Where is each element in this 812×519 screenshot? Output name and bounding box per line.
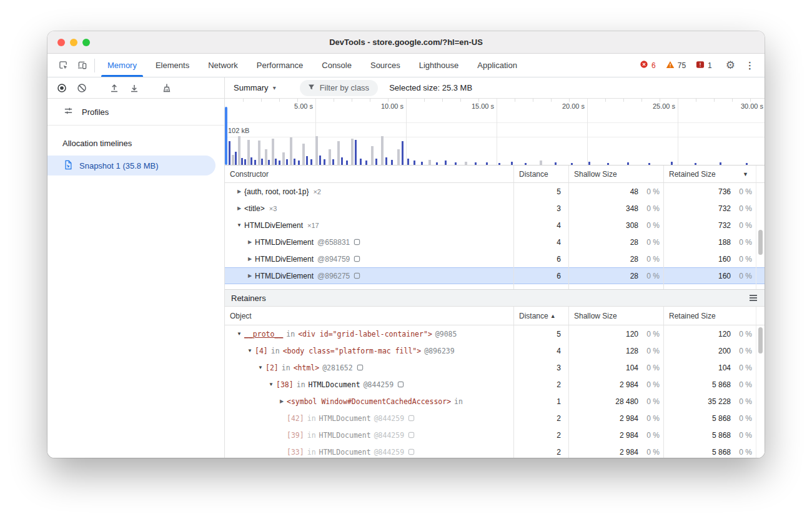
collapse-icon[interactable]: ▼	[234, 222, 244, 228]
retained-size-column-header[interactable]: Retained Size ▼	[663, 166, 756, 182]
retainers-distance-column-header[interactable]: Distance ▲	[513, 307, 568, 325]
size-cell: 2 9840 %	[568, 376, 663, 393]
constructor-row[interactable]: ▶HTMLDivElement@6588314280 %1880 %	[225, 234, 765, 250]
distance-cell: 6	[513, 250, 568, 267]
retainers-shallow-column-header[interactable]: Shallow Size	[568, 307, 663, 325]
reveal-icon[interactable]	[357, 364, 364, 371]
collapse-icon[interactable]: ▼	[245, 348, 255, 353]
tab-memory[interactable]: Memory	[98, 54, 146, 77]
minimize-window-button[interactable]	[70, 39, 77, 46]
reveal-icon[interactable]	[354, 255, 360, 262]
constructor-scrollbar-thumb[interactable]	[758, 230, 763, 255]
inspect-element-icon[interactable]	[54, 57, 72, 74]
retainers-menu-icon[interactable]	[750, 295, 758, 301]
retainer-row[interactable]: [42]inHTMLDocument@84425922 9840 %5 8680…	[225, 410, 765, 427]
profiles-header[interactable]: Profiles	[47, 99, 224, 125]
object-column-header[interactable]: Object	[225, 307, 513, 325]
constructor-row[interactable]: ▶HTMLDivElement@8962756280 %1600 %	[225, 267, 765, 284]
issues-count-badge[interactable]: 1	[696, 61, 712, 71]
clear-profiles-icon[interactable]	[74, 80, 90, 96]
retainer-row[interactable]: [39]inHTMLDocument@84425922 9840 %5 8680…	[225, 427, 765, 443]
timeline-gridline	[497, 99, 497, 165]
retainer-row[interactable]: ▼[38]inHTMLDocument@84425922 9840 %5 868…	[225, 376, 765, 393]
retainer-in-label: in	[282, 363, 290, 372]
class-filter-input[interactable]: Filter by class	[300, 80, 378, 96]
expand-icon[interactable]: ▶	[234, 205, 244, 211]
retainer-row[interactable]: ▼[4]in<body class="platform-mac fill">@8…	[225, 342, 765, 359]
allocation-bar	[475, 162, 477, 165]
more-options-icon[interactable]: ⋮	[745, 60, 755, 71]
device-toolbar-icon[interactable]	[72, 57, 91, 74]
error-count: 6	[651, 61, 656, 70]
retainers-scrollbar-thumb[interactable]	[758, 327, 763, 353]
retainer-object: <body class="platform-mac fill">	[283, 347, 422, 355]
size-cell: 28 4800 %	[568, 393, 663, 410]
collapse-icon[interactable]: ▼	[266, 382, 276, 387]
constructor-row[interactable]: ▶HTMLDivElement	[225, 284, 765, 289]
distance-column-header[interactable]: Distance	[513, 166, 568, 182]
tab-console[interactable]: Console	[312, 54, 361, 77]
reveal-icon[interactable]	[408, 432, 415, 438]
reveal-icon[interactable]	[354, 239, 360, 245]
retainer-row[interactable]: ▼__proto__in<div id="grid-label-containe…	[225, 325, 765, 342]
reveal-icon[interactable]	[408, 415, 415, 422]
collect-garbage-icon[interactable]	[159, 80, 175, 96]
settings-gear-icon[interactable]: ⚙	[726, 59, 735, 72]
allocation-bar	[310, 159, 312, 165]
close-window-button[interactable]	[57, 39, 65, 46]
save-profile-icon[interactable]	[126, 80, 142, 96]
sidebar-item-snapshot-1[interactable]: Snapshot 1 (35.8 MB)	[47, 156, 215, 175]
retainer-row[interactable]: ▶<symbol Window#DocumentCachedAccessor>i…	[225, 393, 765, 410]
instance-count: ×17	[307, 222, 319, 229]
tab-elements[interactable]: Elements	[146, 54, 199, 77]
allocation-bar	[265, 149, 267, 165]
timeline-overview[interactable]: 102 kB 5.00 s10.00 s15.00 s20.00 s25.00 …	[225, 99, 765, 166]
retainer-row[interactable]: ▼[2]in<html>@28165231040 %1040 %	[225, 359, 765, 376]
collapse-icon[interactable]: ▼	[234, 331, 244, 337]
constructor-column-header[interactable]: Constructor	[225, 166, 513, 182]
error-count-badge[interactable]: 6	[640, 60, 656, 71]
shallow-size-column-header[interactable]: Shallow Size	[568, 166, 663, 182]
profile-actions	[47, 77, 225, 98]
ruler-minor-tick	[714, 99, 715, 102]
warning-count-badge[interactable]: 75	[666, 61, 686, 71]
time-tick-label: 30.00 s	[741, 102, 763, 110]
size-cell: 5 8680 %	[663, 443, 756, 458]
reveal-icon[interactable]	[354, 272, 360, 279]
expand-icon[interactable]: ▶	[245, 239, 255, 245]
retainers-retained-column-header[interactable]: Retained Size	[663, 307, 756, 325]
retainer-row[interactable]: [33]inHTMLDocument@84425922 9840 %5 8680…	[225, 443, 765, 458]
distance-cell: 3	[513, 200, 568, 217]
allocation-bar	[279, 161, 280, 165]
zoom-window-button[interactable]	[82, 39, 90, 46]
expand-icon[interactable]: ▶	[277, 398, 287, 404]
reveal-icon[interactable]	[397, 381, 404, 388]
retainer-in-label: in	[307, 414, 316, 423]
tab-application[interactable]: Application	[468, 54, 527, 77]
allocation-bar	[720, 162, 721, 165]
expand-icon[interactable]: ▶	[234, 189, 244, 194]
time-tick-label: 20.00 s	[562, 102, 585, 110]
constructor-row[interactable]: ▶<title>×333480 %7320 %	[225, 200, 765, 217]
reveal-icon[interactable]	[408, 448, 415, 455]
ruler-minor-tick	[388, 99, 389, 102]
ruler-minor-tick	[352, 99, 352, 102]
record-heap-icon[interactable]	[54, 80, 70, 96]
tab-sources[interactable]: Sources	[361, 54, 410, 77]
perspective-select[interactable]: Summary ▾	[234, 83, 276, 92]
tab-network[interactable]: Network	[199, 54, 247, 77]
constructor-row[interactable]: ▼HTMLDivElement×1743080 %7320 %	[225, 217, 765, 234]
load-profile-icon[interactable]	[106, 80, 122, 96]
constructor-row[interactable]: ▶HTMLDivElement@8947596280 %1600 %	[225, 250, 765, 267]
collapse-icon[interactable]: ▼	[255, 365, 265, 370]
constructor-row[interactable]: ▶{auth, root, root-1p}×25480 %7360 %	[225, 183, 765, 200]
class-filter-placeholder: Filter by class	[320, 83, 369, 92]
expand-icon[interactable]: ▶	[245, 256, 255, 262]
selection-left-handle[interactable]	[225, 107, 227, 165]
size-cell: 1600 %	[663, 267, 756, 284]
expand-icon[interactable]: ▶	[245, 273, 255, 279]
tab-lighthouse[interactable]: Lighthouse	[410, 54, 468, 77]
allocation-bar	[428, 160, 431, 165]
size-cell: 280 %	[568, 234, 663, 250]
tab-performance[interactable]: Performance	[247, 54, 312, 77]
